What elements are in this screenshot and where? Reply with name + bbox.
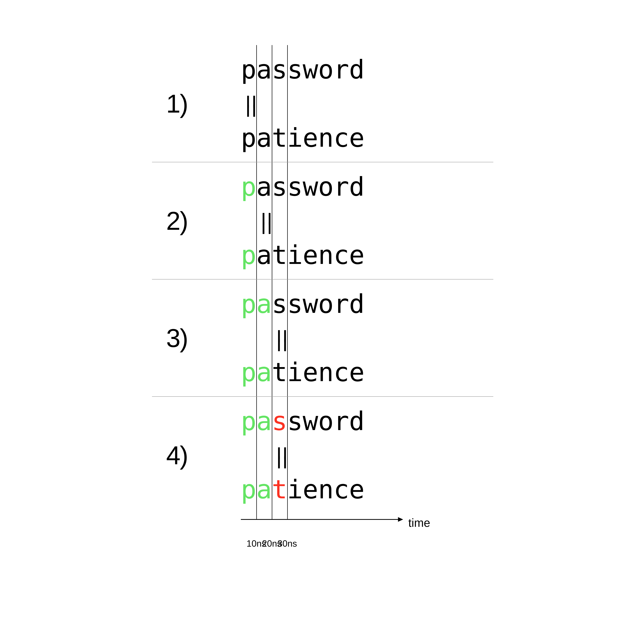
char: a bbox=[256, 125, 272, 151]
axis-arrowhead bbox=[398, 517, 403, 522]
char: e bbox=[303, 242, 318, 268]
char: t bbox=[272, 125, 287, 151]
char: e bbox=[349, 242, 365, 268]
comparison-block: password==patience bbox=[241, 174, 365, 268]
char: o bbox=[318, 291, 334, 317]
char: e bbox=[303, 477, 318, 502]
char: a bbox=[256, 57, 272, 82]
char: s bbox=[272, 57, 287, 82]
char: p bbox=[241, 477, 256, 502]
step-label: 1) bbox=[166, 89, 188, 118]
char: p bbox=[241, 57, 256, 82]
equals-operator: == bbox=[270, 329, 295, 347]
step-label: 4) bbox=[166, 440, 188, 470]
char: o bbox=[318, 57, 334, 82]
step-2: 2)password==patience bbox=[152, 162, 493, 279]
char: i bbox=[287, 359, 303, 385]
char: a bbox=[256, 477, 272, 502]
char: s bbox=[272, 408, 287, 434]
char: c bbox=[334, 242, 349, 268]
char: s bbox=[287, 174, 303, 200]
step-1: 1)password==patience bbox=[152, 45, 493, 162]
char: a bbox=[256, 359, 272, 385]
char: p bbox=[241, 125, 256, 151]
equals-operator: == bbox=[270, 446, 295, 464]
equals-operator: == bbox=[255, 212, 279, 230]
char: a bbox=[256, 174, 272, 200]
char: o bbox=[318, 408, 334, 434]
operator-row: == bbox=[241, 317, 365, 359]
char: r bbox=[334, 291, 349, 317]
equals-operator: == bbox=[239, 95, 264, 113]
char: d bbox=[349, 408, 365, 434]
char: r bbox=[334, 174, 349, 200]
char: r bbox=[334, 57, 349, 82]
char: t bbox=[272, 242, 287, 268]
char: p bbox=[241, 291, 256, 317]
char: n bbox=[318, 477, 334, 502]
step-label: 2) bbox=[166, 206, 188, 236]
char: a bbox=[256, 408, 272, 434]
char: c bbox=[334, 359, 349, 385]
char: i bbox=[287, 125, 303, 151]
char: t bbox=[272, 359, 287, 385]
char: w bbox=[303, 57, 318, 82]
comparison-block: password==patience bbox=[241, 408, 365, 502]
char: s bbox=[272, 174, 287, 200]
char: d bbox=[349, 57, 365, 82]
char: d bbox=[349, 291, 365, 317]
char: a bbox=[256, 242, 272, 268]
char: w bbox=[303, 408, 318, 434]
char: t bbox=[272, 477, 287, 502]
tick-label-2: 30ns bbox=[276, 538, 299, 549]
char: p bbox=[241, 408, 256, 434]
char: e bbox=[349, 359, 365, 385]
word-top: password bbox=[241, 57, 365, 82]
char: s bbox=[287, 408, 303, 434]
char: i bbox=[287, 242, 303, 268]
char: a bbox=[256, 291, 272, 317]
char: w bbox=[303, 174, 318, 200]
char: r bbox=[334, 408, 349, 434]
char: c bbox=[334, 125, 349, 151]
char: n bbox=[318, 125, 334, 151]
char: e bbox=[303, 359, 318, 385]
step-4: 4)password==patience bbox=[152, 397, 493, 514]
char: w bbox=[303, 291, 318, 317]
operator-row: == bbox=[241, 82, 365, 125]
word-bottom: patience bbox=[241, 125, 365, 151]
word-top: password bbox=[241, 174, 365, 200]
diagram-stage: 1)password==patience2)password==patience… bbox=[152, 45, 493, 514]
char: p bbox=[241, 242, 256, 268]
char: s bbox=[272, 291, 287, 317]
char: n bbox=[318, 242, 334, 268]
char: e bbox=[349, 477, 365, 502]
word-bottom: patience bbox=[241, 359, 365, 385]
axis-label: time bbox=[408, 516, 430, 529]
step-3: 3)password==patience bbox=[152, 279, 493, 397]
word-bottom: patience bbox=[241, 242, 365, 268]
char: e bbox=[349, 125, 365, 151]
char: p bbox=[241, 359, 256, 385]
operator-row: == bbox=[241, 434, 365, 477]
char: e bbox=[303, 125, 318, 151]
step-label: 3) bbox=[166, 323, 188, 353]
axis-line bbox=[241, 519, 398, 520]
char: n bbox=[318, 359, 334, 385]
char: s bbox=[287, 57, 303, 82]
word-top: password bbox=[241, 408, 365, 434]
char: c bbox=[334, 477, 349, 502]
char: o bbox=[318, 174, 334, 200]
char: i bbox=[287, 477, 303, 502]
operator-row: == bbox=[241, 200, 365, 242]
word-bottom: patience bbox=[241, 477, 365, 502]
char: p bbox=[241, 174, 256, 200]
comparison-block: password==patience bbox=[241, 291, 365, 385]
word-top: password bbox=[241, 291, 365, 317]
comparison-block: password==patience bbox=[241, 57, 365, 151]
char: s bbox=[287, 291, 303, 317]
char: d bbox=[349, 174, 365, 200]
